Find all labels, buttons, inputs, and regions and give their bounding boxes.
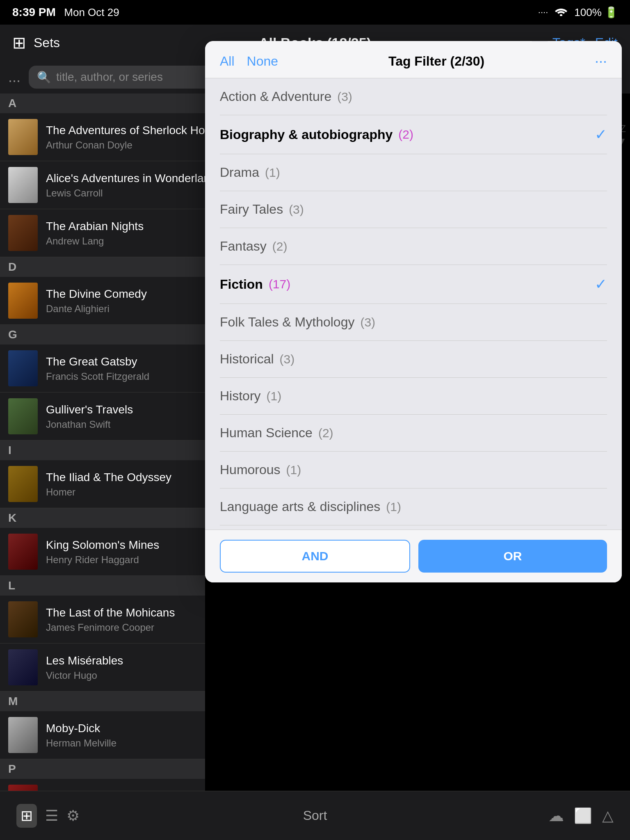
book-title: The Arabian Nights xyxy=(46,219,197,234)
section-header-g: G xyxy=(0,325,205,345)
battery-icon: 100% 🔋 xyxy=(574,6,618,19)
list-view-button[interactable]: ☰ xyxy=(45,807,58,824)
square-icon[interactable]: ⬜ xyxy=(574,807,592,824)
book-info: The Great Gatsby Francis Scott Fitzgeral… xyxy=(46,354,197,382)
tag-left: Language arts & disciplines (1) xyxy=(220,499,401,514)
all-button[interactable]: All xyxy=(220,54,235,69)
tag-left: Fairy Tales (3) xyxy=(220,202,304,217)
tag-left: Folk Tales & Mythology (3) xyxy=(220,315,375,330)
tag-item[interactable]: Humorous (1) xyxy=(220,452,607,488)
popover-arrow xyxy=(532,41,548,42)
status-icons: ···· 100% 🔋 xyxy=(538,6,618,19)
and-button[interactable]: AND xyxy=(220,540,410,573)
book-info: The Arabian Nights Andrew Lang xyxy=(46,219,197,247)
tag-item[interactable]: History (1) xyxy=(220,378,607,415)
book-item[interactable]: Les Misérables Victor Hugo xyxy=(0,644,205,692)
book-title: The Adventures of Sherlock Holmes xyxy=(46,123,205,138)
book-item[interactable]: King Solomon's Mines Henry Rider Haggard xyxy=(0,528,205,576)
tag-count: (3) xyxy=(280,352,295,366)
book-cover xyxy=(8,119,38,155)
book-cover xyxy=(8,215,38,251)
section-header-i: I xyxy=(0,441,205,460)
popover-footer: AND OR xyxy=(205,530,622,582)
book-info: The Divine Comedy Dante Alighieri xyxy=(46,287,197,315)
none-button[interactable]: None xyxy=(247,54,278,69)
grid-view-button[interactable]: ⊞ xyxy=(16,804,37,828)
book-cover xyxy=(8,649,38,685)
or-button[interactable]: OR xyxy=(418,540,607,573)
tag-checkmark-icon: ✓ xyxy=(595,276,607,293)
book-item[interactable]: Alice's Adventures in Wonderland Lewis C… xyxy=(0,161,205,209)
tag-name: Humorous xyxy=(220,462,281,477)
book-item[interactable]: The Iliad & The Odyssey Homer xyxy=(0,460,205,508)
tag-item[interactable]: Fairy Tales (3) xyxy=(220,191,607,228)
book-info: The Adventures of Sherlock Holmes Arthur… xyxy=(46,123,205,151)
more-options-button[interactable]: ··· xyxy=(595,52,607,70)
menu-dots[interactable]: ... xyxy=(8,68,21,86)
tag-item[interactable]: Drama (1) xyxy=(220,154,607,191)
tag-count: (3) xyxy=(337,90,352,104)
search-icon: 🔍 xyxy=(37,71,51,84)
tag-name: Fairy Tales xyxy=(220,202,283,217)
book-item[interactable]: Moby-Dick Herman Melville xyxy=(0,711,205,759)
book-info: Alice's Adventures in Wonderland Lewis C… xyxy=(46,171,205,199)
tag-left: Drama (1) xyxy=(220,165,280,180)
book-author: Herman Melville xyxy=(46,737,197,749)
tag-name: Folk Tales & Mythology xyxy=(220,315,354,330)
tag-count: (2) xyxy=(398,128,413,142)
sets-button[interactable]: Sets xyxy=(34,35,60,50)
tag-list: Action & Adventure (3)Biography & autobi… xyxy=(205,78,622,530)
book-cover xyxy=(8,717,38,753)
tag-item[interactable]: Folk Tales & Mythology (3) xyxy=(220,304,607,341)
tag-item[interactable]: Biography & autobiography (2)✓ xyxy=(220,115,607,154)
sort-button[interactable]: Sort xyxy=(303,808,327,823)
book-info: King Solomon's Mines Henry Rider Haggard xyxy=(46,538,197,566)
tag-name: Language arts & disciplines xyxy=(220,499,380,514)
tag-item[interactable]: Human Science (2) xyxy=(220,415,607,452)
tag-item[interactable]: Fiction (17)✓ xyxy=(220,265,607,304)
book-cover xyxy=(8,398,38,434)
book-author: Francis Scott Fitzgerald xyxy=(46,371,197,382)
book-info: The Iliad & The Odyssey Homer xyxy=(46,470,197,498)
tag-left: Humorous (1) xyxy=(220,462,301,477)
tag-left: Historical (3) xyxy=(220,352,294,367)
section-header-p: P xyxy=(0,759,205,779)
book-author: Henry Rider Haggard xyxy=(46,554,197,566)
tag-name: Historical xyxy=(220,352,274,367)
search-input[interactable]: title, author, or series xyxy=(56,71,163,84)
book-item[interactable]: The Last of the Mohicans James Fenimore … xyxy=(0,596,205,644)
tag-left: Action & Adventure (3) xyxy=(220,89,352,104)
section-header-k: K xyxy=(0,508,205,528)
tag-item[interactable]: Fantasy (2) xyxy=(220,228,607,265)
tag-name: Human Science xyxy=(220,425,313,441)
tag-item[interactable]: Action & Adventure (3) xyxy=(220,78,607,115)
book-item[interactable]: The Great Gatsby Francis Scott Fitzgeral… xyxy=(0,345,205,393)
tag-left: Fiction (17) xyxy=(220,277,290,292)
book-info: Les Misérables Victor Hugo xyxy=(46,653,197,681)
tag-count: (17) xyxy=(269,277,290,291)
book-title: The Last of the Mohicans xyxy=(46,605,197,620)
tag-filter-popover: All None Tag Filter (2/30) ··· Action & … xyxy=(205,41,622,582)
book-author: Homer xyxy=(46,486,197,498)
triangle-icon[interactable]: △ xyxy=(602,807,614,824)
tag-count: (3) xyxy=(289,203,304,217)
tag-name: Drama xyxy=(220,165,259,180)
tag-name: Action & Adventure xyxy=(220,89,331,104)
book-item[interactable]: Gulliver's Travels Jonathan Swift xyxy=(0,393,205,441)
book-info: Moby-Dick Herman Melville xyxy=(46,721,197,749)
cloud-icon[interactable]: ☁ xyxy=(548,807,564,825)
status-bar: 8:39 PM Mon Oct 29 ···· 100% 🔋 xyxy=(0,0,630,25)
tag-item[interactable]: Literary (1) xyxy=(220,525,607,530)
book-title: King Solomon's Mines xyxy=(46,538,197,552)
tag-item[interactable]: Language arts & disciplines (1) xyxy=(220,488,607,525)
book-item[interactable]: The Adventures of Sherlock Holmes Arthur… xyxy=(0,113,205,161)
book-item[interactable]: The Divine Comedy Dante Alighieri xyxy=(0,277,205,325)
settings-button[interactable]: ⚙ xyxy=(66,807,80,824)
tag-item[interactable]: Historical (3) xyxy=(220,341,607,378)
section-header-l: L xyxy=(0,576,205,596)
tag-left: Human Science (2) xyxy=(220,425,333,441)
tag-left: Biography & autobiography (2) xyxy=(220,127,413,142)
book-item[interactable]: The Arabian Nights Andrew Lang xyxy=(0,209,205,257)
section-header-a: A xyxy=(0,94,205,113)
book-item[interactable]: Personal Recollections of Joan of Arc Ma… xyxy=(0,779,205,791)
